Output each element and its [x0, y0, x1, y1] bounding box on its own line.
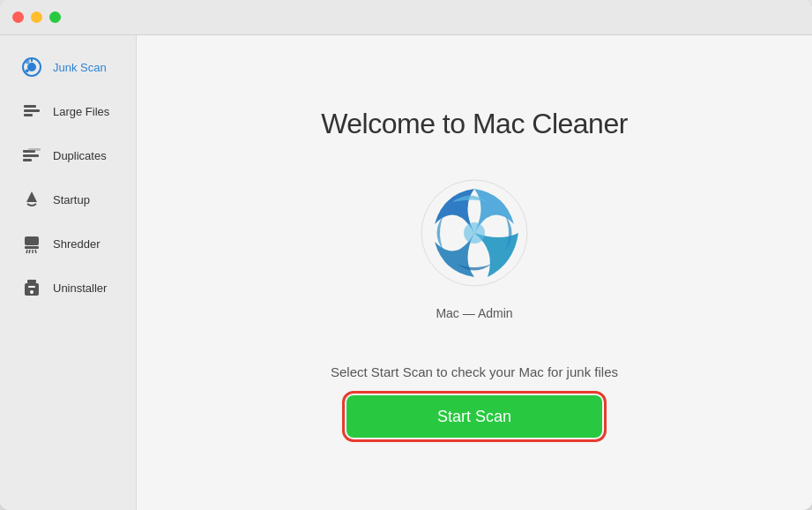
svg-rect-9 [23, 154, 39, 157]
svg-rect-12 [25, 236, 39, 245]
svg-line-15 [29, 250, 30, 253]
welcome-title: Welcome to Mac Cleaner [321, 108, 628, 140]
sidebar-item-duplicates[interactable]: Duplicates [5, 134, 130, 176]
traffic-lights [12, 11, 61, 23]
close-button[interactable] [12, 11, 24, 23]
shredder-icon [19, 231, 44, 256]
svg-point-21 [30, 290, 34, 294]
sidebar: ● Junk Scan Large Files [0, 35, 137, 510]
sidebar-label-startup: Startup [53, 193, 90, 206]
svg-point-24 [464, 222, 485, 244]
sidebar-label-uninstaller: Uninstaller [53, 281, 107, 295]
svg-rect-6 [24, 109, 40, 112]
svg-rect-20 [28, 286, 35, 288]
svg-rect-13 [25, 246, 39, 249]
startup-icon [19, 187, 44, 212]
large-files-icon [19, 99, 44, 124]
app-window: ● Junk Scan Large Files [0, 0, 812, 510]
svg-rect-5 [24, 105, 36, 108]
main-content: Welcome to Mac Cleaner [137, 35, 812, 510]
uninstaller-icon [19, 275, 44, 300]
svg-rect-18 [27, 280, 36, 283]
svg-point-3 [26, 60, 30, 64]
svg-text:●: ● [25, 66, 29, 75]
app-logo [417, 176, 532, 290]
sidebar-label-duplicates: Duplicates [53, 149, 107, 162]
minimize-button[interactable] [31, 11, 42, 23]
sidebar-label-large-files: Large Files [53, 105, 109, 118]
maximize-button[interactable] [49, 11, 61, 23]
content-area: ● Junk Scan Large Files [0, 35, 812, 510]
user-label: Mac — Admin [436, 306, 512, 320]
sidebar-item-shredder[interactable]: Shredder [5, 222, 130, 265]
sidebar-item-startup[interactable]: Startup [5, 178, 130, 221]
svg-rect-10 [23, 159, 32, 161]
junk-scan-icon: ● [19, 55, 44, 79]
sidebar-item-large-files[interactable]: Large Files [5, 90, 130, 132]
duplicates-icon [19, 143, 44, 168]
svg-line-17 [35, 250, 36, 253]
sidebar-label-junk-scan: Junk Scan [53, 61, 107, 74]
sidebar-item-uninstaller[interactable]: Uninstaller [5, 266, 130, 309]
titlebar [0, 0, 812, 35]
svg-rect-11 [28, 148, 41, 151]
start-scan-button[interactable]: Start Scan [346, 395, 602, 438]
scan-description: Select Start Scan to check your Mac for … [331, 364, 618, 379]
sidebar-item-junk-scan[interactable]: ● Junk Scan [5, 46, 130, 88]
svg-line-14 [26, 250, 27, 253]
sidebar-label-shredder: Shredder [53, 237, 100, 251]
svg-rect-7 [24, 114, 33, 116]
